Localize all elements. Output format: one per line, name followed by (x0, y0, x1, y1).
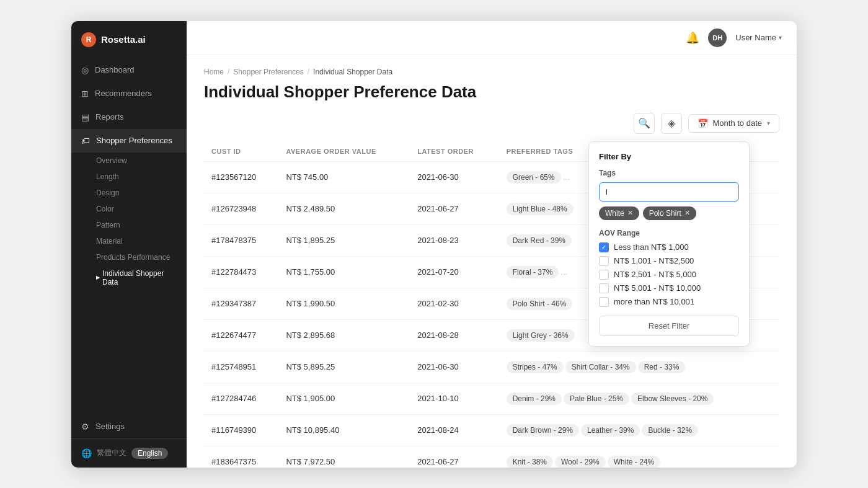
submenu-products-performance[interactable]: Products Performance (91, 249, 187, 265)
filter-active-tags: White ✕ Polo Shirt ✕ (599, 206, 739, 220)
filter-checkbox-4 (599, 297, 609, 307)
cell-aov: NT$ 5,895.25 (278, 351, 410, 383)
filter-aov-option-label-0: Less than NT$ 1,000 (614, 242, 689, 252)
cell-tags: Dark Brown - 29%Leather - 39%Buckle - 32… (499, 414, 779, 446)
sidebar-item-dashboard[interactable]: ◎ Dashboard (71, 58, 187, 82)
tag-pill: Dark Red - 39% (507, 234, 572, 247)
filter-button[interactable]: ◈ (661, 113, 682, 134)
filter-checkbox-1 (599, 256, 609, 266)
topbar: 🔔 DH User Name ▾ (187, 21, 797, 55)
col-latest-order: LATEST ORDER (410, 141, 498, 162)
sidebar-submenu: Overview Length Design Color Pattern Mat… (71, 153, 187, 290)
filter-aov-option-3[interactable]: NT$ 5,001 - NT$ 10,000 (599, 283, 739, 293)
filter-aov-option-2[interactable]: NT$ 2,501 - NT$ 5,000 (599, 270, 739, 280)
search-button[interactable]: 🔍 (634, 113, 655, 134)
cell-tags: Denim - 29%Pale Blue - 25%Elbow Sleeves … (499, 383, 779, 414)
tag-pill: Polo Shirt - 46% (507, 298, 573, 310)
cell-latest-order: 2021-08-23 (410, 224, 498, 256)
tag-pill: Shirt Collar - 34% (565, 361, 636, 373)
cell-latest-order: 2021-02-30 (410, 288, 498, 319)
col-aov: AVERAGE ORDER VALUE (278, 141, 410, 162)
username[interactable]: User Name ▾ (735, 33, 782, 42)
recommenders-icon: ⊞ (81, 89, 89, 99)
main-panel: 🔔 DH User Name ▾ Home / Shopper Preferen… (187, 21, 797, 468)
chip-label-polo: Polo Shirt (649, 209, 681, 218)
chip-remove-white[interactable]: ✕ (627, 209, 633, 217)
reports-icon: ▤ (81, 112, 89, 122)
submenu-overview[interactable]: Overview (91, 153, 187, 169)
filter-aov-option-0[interactable]: Less than NT$ 1,000 (599, 242, 739, 252)
avatar: DH (708, 29, 727, 47)
breadcrumb-sep-1: / (228, 68, 229, 76)
submenu-length[interactable]: Length (91, 169, 187, 185)
tag-pill: Denim - 29% (507, 393, 562, 405)
submenu-pattern[interactable]: Pattern (91, 217, 187, 233)
cell-aov: NT$ 1,895.25 (278, 224, 410, 256)
tag-pill: White - 24% (608, 456, 660, 468)
filter-aov-option-label-3: NT$ 5,001 - NT$ 10,000 (614, 283, 701, 293)
tag-icon: 🏷 (81, 136, 90, 146)
cell-cust-id: #116749390 (204, 414, 278, 446)
notification-bell-icon[interactable]: 🔔 (686, 31, 699, 45)
cell-cust-id: #122674477 (204, 319, 278, 351)
sidebar-item-recommenders[interactable]: ⊞ Recommenders (71, 82, 187, 105)
submenu-material[interactable]: Material (91, 233, 187, 249)
caret-down-icon: ▾ (779, 34, 782, 41)
table-row[interactable]: #183647375NT$ 7,972.502021-06-27Knit - 3… (204, 446, 779, 468)
cell-cust-id: #123567120 (204, 161, 278, 193)
sidebar-logo: R Rosetta.ai (71, 21, 187, 58)
breadcrumb-current: Individual Shopper Data (313, 68, 392, 76)
cell-cust-id: #125748951 (204, 351, 278, 383)
table-row[interactable]: #127284746NT$ 1,905.002021-10-10Denim - … (204, 383, 779, 414)
filter-aov-option-1[interactable]: NT$ 1,001 - NT$2,500 (599, 256, 739, 266)
globe-icon: 🌐 (81, 448, 92, 458)
cell-aov: NT$ 10,895.40 (278, 414, 410, 446)
filter-aov-option-4[interactable]: more than NT$ 10,001 (599, 297, 739, 307)
dashboard-icon: ◎ (81, 65, 89, 75)
submenu-individual-shopper-data[interactable]: Individual Shopper Data (91, 265, 187, 290)
filter-aov-option-label-1: NT$ 1,001 - NT$2,500 (614, 256, 694, 265)
tag-pill: Leather - 39% (581, 424, 640, 437)
cell-aov: NT$ 1,905.00 (278, 383, 410, 414)
filter-aov-label: AOV Range (599, 229, 739, 237)
filter-checkbox-2 (599, 270, 609, 280)
tag-pill: Wool - 29% (555, 456, 606, 468)
filter-checkbox-0 (599, 242, 609, 252)
cell-cust-id: #122784473 (204, 256, 278, 288)
table-row[interactable]: #125748951NT$ 5,895.252021-06-30Stripes … (204, 351, 779, 383)
sidebar-item-label: Dashboard (95, 65, 135, 74)
calendar-icon: 📅 (698, 118, 708, 128)
cell-aov: NT$ 2,489.50 (278, 193, 410, 224)
tag-pill: Light Blue - 48% (507, 203, 574, 215)
filter-tag-input[interactable] (599, 182, 739, 202)
date-picker-button[interactable]: 📅 Month to date ▾ (688, 114, 780, 133)
caret-down-icon: ▾ (767, 120, 770, 126)
cell-latest-order: 2021-06-27 (410, 193, 498, 224)
table-toolbar: 🔍 ◈ 📅 Month to date ▾ Filter By Tags Whi… (204, 113, 779, 134)
filter-reset-button[interactable]: Reset Filter (599, 316, 739, 336)
cell-cust-id: #127284746 (204, 383, 278, 414)
cell-aov: NT$ 745.00 (278, 161, 410, 193)
lang-zh[interactable]: 繁體中文 (97, 448, 126, 458)
sidebar-item-label: Settings (95, 422, 125, 431)
tag-pill: Stripes - 47% (507, 361, 564, 373)
filter-aov-option-label-4: more than NT$ 10,001 (614, 297, 694, 306)
breadcrumb-home[interactable]: Home (204, 68, 224, 76)
tag-pill: Pale Blue - 25% (564, 393, 629, 405)
sidebar-item-shopper-preferences[interactable]: 🏷 Shopper Preferences (71, 129, 187, 153)
chip-remove-polo[interactable]: ✕ (684, 209, 690, 217)
breadcrumb-shopper-prefs[interactable]: Shopper Preferences (233, 68, 303, 76)
lang-en[interactable]: English (131, 448, 168, 459)
filter-chip-white: White ✕ (599, 206, 639, 220)
sidebar-item-settings[interactable]: ⚙ Settings (71, 415, 187, 438)
logo-icon: R (81, 32, 96, 47)
tag-pill: Elbow Sleeves - 20% (631, 393, 714, 405)
submenu-design[interactable]: Design (91, 185, 187, 201)
table-row[interactable]: #116749390NT$ 10,895.402021-08-24Dark Br… (204, 414, 779, 446)
chip-label-white: White (605, 209, 624, 218)
sidebar-item-reports[interactable]: ▤ Reports (71, 105, 187, 129)
page-title: Individual Shopper Preference Data (204, 82, 779, 102)
tag-pill: Light Grey - 36% (507, 329, 575, 342)
filter-aov-options: Less than NT$ 1,000 NT$ 1,001 - NT$2,500… (599, 242, 739, 307)
submenu-color[interactable]: Color (91, 201, 187, 217)
